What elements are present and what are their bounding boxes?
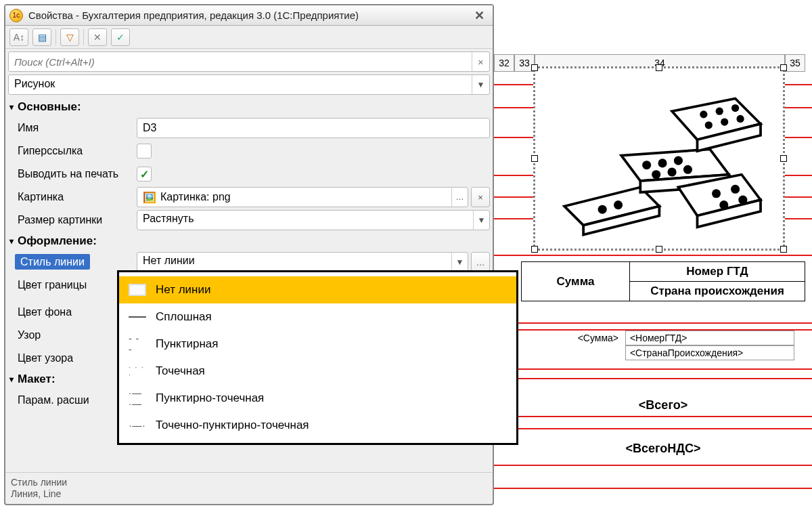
filter-button[interactable]: ▽: [60, 28, 79, 46]
separator: [83, 29, 84, 45]
data-row: <Сумма> <НомерГТД> <СтранаПроисхождения>: [521, 331, 805, 360]
line-option-dashed[interactable]: - - - Пунктирная: [119, 331, 516, 358]
dashdot-line-icon: ·— ·—: [129, 392, 146, 404]
close-icon[interactable]: ✕: [470, 8, 489, 23]
separator: [55, 29, 56, 45]
categorize-button[interactable]: ▤: [32, 28, 51, 46]
object-type-value: Рисунок: [9, 75, 472, 94]
line-option-label: Пунктирно-точечная: [156, 391, 264, 405]
svg-point-13: [652, 170, 660, 179]
object-type-dropdown[interactable]: Рисунок ▼: [8, 75, 490, 95]
picture-thumb-icon: 🖼️: [143, 191, 156, 204]
svg-point-22: [712, 189, 721, 198]
collapse-icon[interactable]: ▾: [9, 236, 14, 246]
solid-line-icon: [129, 316, 146, 318]
svg-point-19: [704, 121, 712, 129]
hyperlink-checkbox[interactable]: [137, 144, 152, 158]
prop-name: Имя: [5, 116, 493, 140]
cell-vat[interactable]: <ВсегоНДС>: [521, 442, 805, 456]
search-input[interactable]: [9, 52, 472, 71]
prop-hyperlink: Гиперссылка: [5, 140, 493, 163]
chevron-down-icon[interactable]: ▼: [451, 253, 468, 272]
size-dropdown[interactable]: Растянуть ▼: [137, 210, 490, 230]
cell-total[interactable]: <Всего>: [521, 398, 805, 412]
svg-point-24: [719, 200, 728, 209]
line-option-label: Точечно-пунктирно-точечная: [156, 419, 309, 432]
spreadsheet: 32 33 34 35: [494, 0, 812, 510]
svg-point-14: [667, 167, 676, 176]
svg-point-23: [731, 184, 740, 193]
line-option-label: Нет линии: [156, 283, 210, 297]
section-main[interactable]: ▾ Основные:: [5, 98, 493, 116]
sort-az-button[interactable]: A↕: [9, 28, 28, 46]
col-header-32[interactable]: 32: [494, 54, 514, 72]
status-line-2: Линия, Line: [11, 488, 487, 500]
line-style-dropdown[interactable]: Нет линии ▼: [137, 252, 468, 272]
picture-browse-button[interactable]: …: [451, 188, 468, 207]
svg-point-8: [597, 205, 606, 213]
svg-point-15: [683, 165, 692, 173]
resize-handle[interactable]: [780, 155, 787, 162]
embedded-picture[interactable]: [533, 66, 785, 251]
resize-handle[interactable]: [531, 246, 538, 253]
name-label: Имя: [8, 122, 137, 134]
resize-handle[interactable]: [780, 64, 787, 71]
cell-country-ref[interactable]: <СтранаПроисхождения>: [625, 345, 794, 360]
bg-color-label: Цвет фона: [18, 306, 72, 318]
picture-label: Картинка: [8, 191, 137, 203]
titlebar: 1c Свойства - Бухгалтерия предприятия, р…: [5, 5, 493, 26]
svg-point-11: [658, 158, 667, 167]
confirm-button[interactable]: ✓: [111, 28, 130, 46]
dotted-line-icon: · · · ·: [129, 365, 146, 377]
line-option-dotdashdot[interactable]: ·—· Точечно-пунктирно-точечная: [119, 412, 516, 439]
clear-search-icon[interactable]: ×: [472, 52, 489, 71]
line-option-solid[interactable]: Сплошная: [119, 303, 516, 331]
window-title: Свойства - Бухгалтерия предприятия, реда…: [28, 9, 470, 21]
resize-handle[interactable]: [656, 64, 662, 71]
section-layout-label: Макет:: [18, 373, 55, 386]
header-table: Сумма Номер ГТД Страна происхождения: [521, 261, 805, 301]
status-bar: Стиль линии Линия, Line: [5, 472, 493, 504]
name-input[interactable]: [137, 118, 490, 138]
cell-gtd-header[interactable]: Номер ГТД: [630, 262, 805, 282]
size-value: Растянуть: [137, 211, 473, 230]
prop-size: Размер картинки Растянуть ▼: [5, 209, 493, 232]
picture-value: Картинка: png: [160, 191, 231, 203]
toolbar: A↕ ▤ ▽ ✕ ✓: [5, 26, 493, 49]
cell-sum-ref[interactable]: <Сумма>: [521, 333, 623, 343]
cell-country-header[interactable]: Страна происхождения: [630, 282, 805, 301]
search-field[interactable]: ×: [8, 51, 490, 72]
collapse-icon[interactable]: ▾: [9, 375, 14, 384]
print-checkbox[interactable]: ✓: [137, 167, 152, 182]
svg-point-17: [715, 107, 723, 114]
domino-image: [545, 76, 773, 242]
resize-handle[interactable]: [656, 246, 662, 253]
svg-point-21: [736, 114, 744, 122]
line-option-label: Точечная: [156, 364, 205, 378]
chevron-down-icon[interactable]: ▼: [473, 211, 489, 230]
svg-point-9: [614, 200, 623, 209]
dotdashdot-line-icon: ·—·: [129, 419, 146, 431]
picture-selector[interactable]: 🖼️ Картинка: png …: [137, 187, 468, 207]
cell-sum-header[interactable]: Сумма: [522, 262, 630, 301]
collapse-icon[interactable]: ▾: [9, 102, 14, 112]
resize-handle[interactable]: [531, 155, 538, 162]
status-line-1: Стиль линии: [11, 477, 487, 488]
line-style-more-button[interactable]: …: [471, 252, 490, 272]
chevron-down-icon[interactable]: ▼: [472, 75, 489, 94]
line-style-label: Стиль линии: [15, 254, 90, 270]
size-label: Размер картинки: [8, 214, 137, 226]
print-label: Выводить на печать: [8, 168, 137, 180]
line-option-none[interactable]: Нет линии: [119, 276, 516, 303]
delete-button[interactable]: ✕: [88, 28, 107, 46]
line-option-dashdot[interactable]: ·— ·— Пунктирно-точечная: [119, 385, 516, 412]
picture-clear-button[interactable]: ×: [471, 187, 490, 207]
cell-gtd-ref[interactable]: <НомерГТД>: [625, 331, 794, 345]
resize-handle[interactable]: [531, 64, 538, 71]
resize-handle[interactable]: [780, 246, 787, 253]
line-option-dotted[interactable]: · · · · Точечная: [119, 358, 516, 385]
col-header-35[interactable]: 35: [785, 54, 805, 72]
svg-point-16: [700, 110, 707, 118]
section-format[interactable]: ▾ Оформление:: [5, 232, 493, 251]
no-line-icon: [129, 284, 146, 296]
